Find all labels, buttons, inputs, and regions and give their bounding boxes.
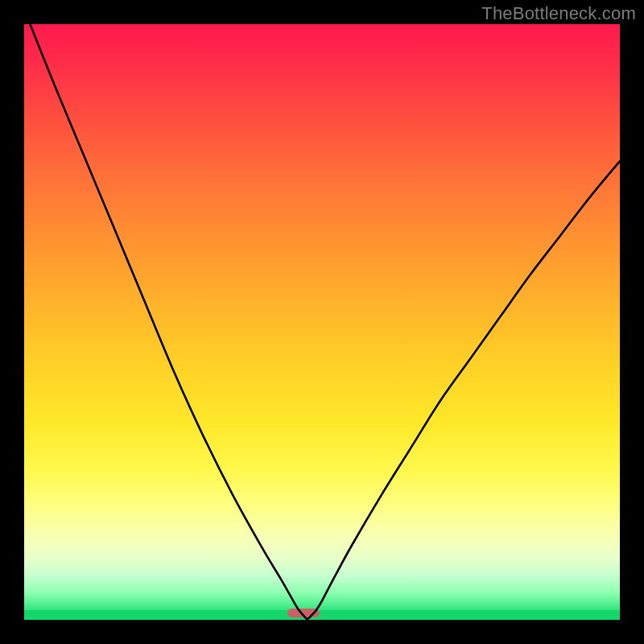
watermark-text: TheBottleneck.com: [481, 3, 636, 24]
chart-frame: TheBottleneck.com: [0, 0, 644, 644]
plot-area: [24, 24, 620, 620]
bottleneck-curve: [24, 24, 620, 620]
